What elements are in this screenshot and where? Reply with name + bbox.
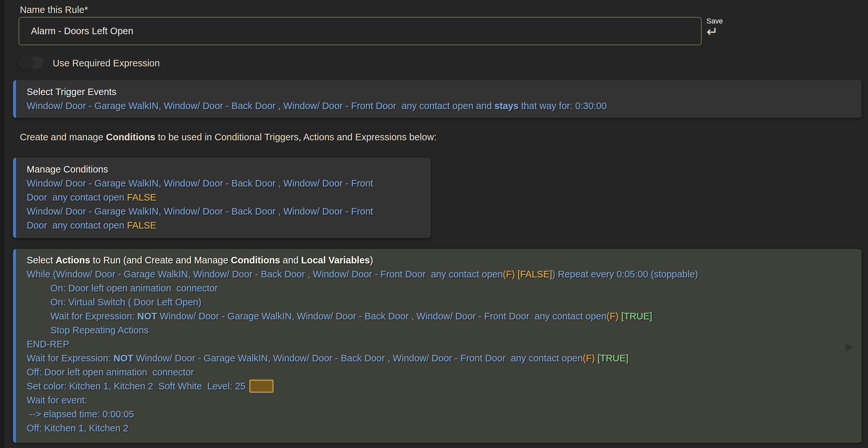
conditions-intro-text: Create and manage Conditions to be used … (20, 132, 437, 142)
action-line-on-animation: On: Door left open animation connector (27, 281, 855, 295)
required-expression-toggle[interactable] (19, 57, 43, 68)
color-preview-swatch (249, 380, 274, 393)
condition-line: Window/ Door - Garage WalkIN, Window/ Do… (27, 204, 424, 219)
action-line-wait-expression: Wait for Expression: NOT Window/ Door - … (27, 351, 855, 365)
rule-name-input[interactable] (19, 17, 702, 45)
conditions-section-title: Manage Conditions (27, 162, 424, 177)
trigger-section-title: Select Trigger Events (27, 85, 855, 99)
actions-section-title: Select Actions to Run (and Create and Ma… (27, 253, 855, 267)
action-line-wait-expression: Wait for Expression: NOT Window/ Door - … (27, 309, 855, 323)
select-trigger-events-section[interactable]: Select Trigger Events Window/ Door - Gar… (13, 80, 862, 118)
action-line-wait-event: Wait for event: (27, 393, 855, 407)
select-actions-section[interactable]: Select Actions to Run (and Create and Ma… (13, 249, 862, 443)
action-line-elapsed-time: --> elapsed time: 0:00:05 (27, 407, 855, 421)
action-line-stop-repeating: Stop Repeating Actions (27, 323, 855, 337)
play-triangle-icon (845, 343, 853, 352)
condition-line: Window/ Door - Garage WalkIN, Window/ Do… (27, 177, 424, 190)
toggle-knob (18, 55, 33, 70)
return-arrow-icon: ↵ (707, 25, 746, 38)
trigger-summary: Window/ Door - Garage WalkIN, Window/ Do… (27, 99, 855, 113)
action-line-off-kitchen: Off: Kitchen 1, Kitchen 2 (27, 421, 855, 435)
save-button[interactable]: Save ↵ (707, 17, 746, 38)
left-edge-strip (0, 0, 5, 448)
action-line-on-virtual-switch: On: Virtual Switch ( Door Left Open) (27, 295, 855, 309)
condition-line: Door any contact open FALSE (27, 190, 424, 204)
required-expression-label: Use Required Expression (53, 58, 160, 69)
action-line-end-rep: END-REP (27, 337, 855, 351)
action-line-off-animation: Off: Door left open animation connector (27, 365, 855, 379)
rule-name-label: Name this Rule* (20, 5, 88, 15)
action-line-while-repeat: While (Window/ Door - Garage WalkIN, Win… (27, 267, 855, 281)
condition-line: Door any contact open FALSE (27, 219, 424, 232)
action-line-set-color: Set color: Kitchen 1, Kitchen 2 Soft Whi… (27, 379, 855, 393)
manage-conditions-section[interactable]: Manage Conditions Window/ Door - Garage … (13, 158, 431, 238)
